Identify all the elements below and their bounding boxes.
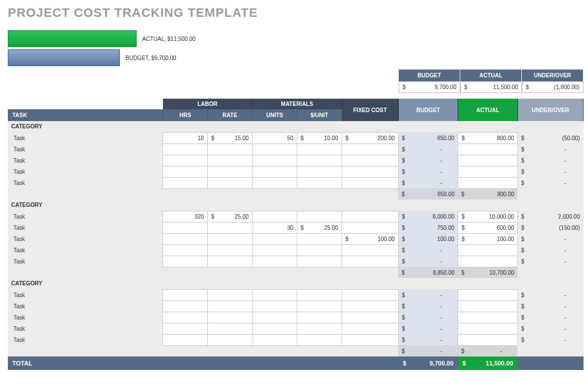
subtotal-row: $-$-	[8, 345, 584, 356]
col-budget: BUDGET	[398, 99, 458, 121]
category-row: CATEGORY	[8, 121, 584, 132]
bar-budget-label: BUDGET, $9,700.00	[125, 55, 176, 61]
table-row[interactable]: Task$-$-	[8, 166, 584, 177]
category-row: CATEGORY	[8, 200, 584, 211]
table-row[interactable]: Task$100.00$100.00$100.00$-	[8, 233, 584, 244]
page-title: PROJECT COST TRACKING TEMPLATE	[8, 6, 584, 20]
summary-value-budget: $9,700.00	[399, 81, 460, 93]
bar-actual-label: ACTUAL, $11,500.00	[142, 36, 195, 42]
col-task: TASK	[8, 109, 163, 121]
table-row[interactable]: Task$-$-	[8, 334, 584, 345]
col-under-over: UNDER/OVER	[517, 99, 583, 121]
table-row[interactable]: Task$-$-	[8, 155, 584, 166]
table-row[interactable]: Task$-$-	[8, 244, 584, 256]
table-row[interactable]: Task$-$-	[8, 256, 584, 267]
total-under-over	[517, 356, 583, 370]
col-hrs: HRS	[163, 109, 208, 121]
table-row[interactable]: Task$-$-	[8, 143, 584, 155]
table-row[interactable]: Task$-$-	[8, 289, 584, 300]
col-rate: RATE	[208, 109, 253, 121]
table-row[interactable]: Task30$25.00$750.00$600.00$(150.00)	[8, 222, 584, 233]
summary-bar-chart: ACTUAL, $11,500.00 BUDGET, $9,700.00	[8, 30, 584, 66]
col-actual: ACTUAL	[458, 99, 517, 121]
total-label: TOTAL	[8, 356, 398, 370]
subtotal-row: $850.00$800.00	[8, 188, 584, 200]
summary-header-budget: BUDGET	[399, 70, 460, 81]
col-per-unit: $/UNIT	[297, 109, 342, 121]
col-units: UNITS	[253, 109, 297, 121]
cost-table: LABOR MATERIALS FIXED COST BUDGET ACTUAL…	[8, 99, 584, 370]
table-row[interactable]: Task$-$-	[8, 300, 584, 312]
summary-header-actual: ACTUAL	[460, 70, 522, 81]
table-row[interactable]: Task$-$-	[8, 312, 584, 323]
col-group-labor: LABOR	[163, 99, 253, 109]
table-row[interactable]: Task10$15.0050$10.00$200.00$850.00$800.0…	[8, 132, 584, 143]
table-row[interactable]: Task320$25.00$8,000.00$10,000.00$2,000.0…	[8, 211, 584, 222]
table-row[interactable]: Task$-$-	[8, 323, 584, 334]
total-budget: $9,700.00	[398, 356, 458, 370]
col-group-materials: MATERIALS	[253, 99, 342, 109]
summary-header-under-over: UNDER/OVER	[522, 70, 584, 81]
bar-budget	[8, 49, 120, 66]
total-actual: $11,500.00	[458, 356, 517, 370]
category-row: CATEGORY	[8, 278, 584, 289]
summary-value-actual: $11,500.00	[460, 81, 522, 93]
table-row[interactable]: Task$-$-	[8, 177, 584, 188]
summary-value-under-over: $(1,800.00)	[522, 81, 584, 93]
col-fixed: FIXED COST	[342, 99, 398, 121]
bar-actual	[8, 30, 137, 47]
summary-grid: BUDGET ACTUAL UNDER/OVER $9,700.00 $11,5…	[399, 70, 584, 93]
subtotal-row: $8,850.00$10,700.00	[8, 267, 584, 278]
